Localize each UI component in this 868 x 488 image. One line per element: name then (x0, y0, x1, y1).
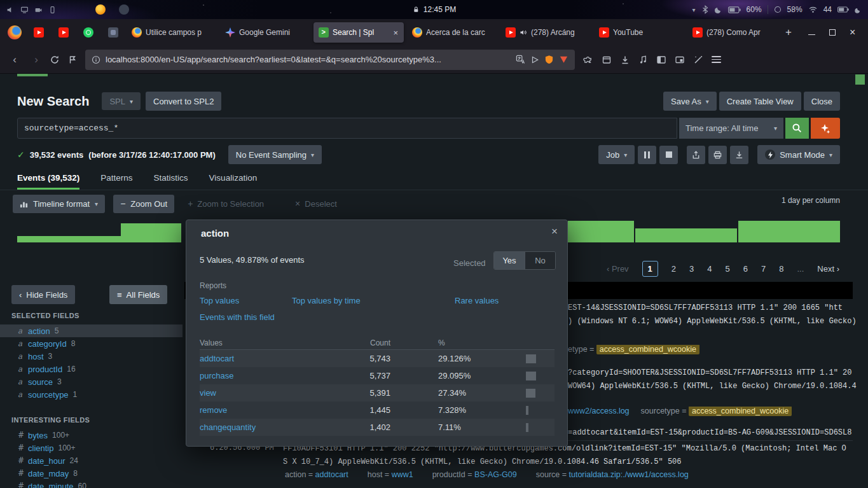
field-name-link[interactable]: productId (28, 365, 62, 374)
field-row[interactable]: a categoryId 8 (0, 337, 183, 350)
translate-icon[interactable] (516, 55, 525, 64)
time-range-picker[interactable]: Time range: All time▾ (679, 118, 783, 139)
zoom-out-button[interactable]: −Zoom Out (113, 195, 174, 213)
popup-close-icon[interactable]: × (551, 225, 558, 238)
url-bar[interactable]: localhost:8000/en-US/app/search/search?e… (85, 50, 575, 70)
timeline-bar[interactable] (568, 221, 634, 242)
url-text[interactable]: localhost:8000/en-US/app/search/search?e… (106, 55, 511, 64)
window-restore-button[interactable] (829, 29, 836, 36)
field-name-link[interactable]: bytes (28, 431, 48, 440)
tray-app-icon[interactable] (119, 4, 129, 15)
browser-tab[interactable]: Google Gemini × (220, 22, 310, 43)
window-close-button[interactable]: × (850, 27, 855, 38)
hide-fields-button[interactable]: ‹Hide Fields (11, 285, 75, 304)
tab-close-icon[interactable]: × (392, 28, 399, 38)
results-tab[interactable]: Patterns (100, 173, 132, 190)
top-values-by-time-link[interactable]: Top values by time (292, 296, 361, 305)
field-row[interactable]: # date_hour 24 (0, 454, 183, 467)
page-number-button[interactable]: 3 (689, 264, 694, 274)
new-tab-button[interactable]: + (780, 24, 797, 41)
field-row[interactable]: a sourcetype 1 (0, 388, 183, 401)
value-link[interactable]: changequantity (200, 422, 349, 432)
chevron-down-icon[interactable]: ▾ (692, 6, 696, 13)
job-dropdown[interactable]: Job▾ (598, 145, 635, 164)
field-name-link[interactable]: source (28, 377, 53, 387)
field-row[interactable]: a action 5 (0, 324, 183, 337)
event-sampling-dropdown[interactable]: No Event Sampling▾ (228, 145, 322, 164)
share-button[interactable] (687, 146, 705, 164)
source-value-link[interactable]: www2/access.log (568, 407, 630, 415)
vpn-app-icon[interactable] (95, 4, 106, 15)
field-name-link[interactable]: date_mday (28, 469, 69, 478)
containers-icon[interactable] (602, 55, 612, 65)
downloads-icon[interactable] (620, 55, 630, 65)
field-row[interactable]: # date_mday 8 (0, 467, 183, 480)
timeline-format-button[interactable]: Timeline format▾ (13, 195, 105, 213)
blocker-triangle-icon[interactable] (559, 55, 568, 64)
timeline-bar[interactable] (17, 236, 121, 242)
search-submit-button[interactable] (785, 118, 809, 139)
timeline-bar[interactable] (121, 223, 181, 242)
top-values-link[interactable]: Top values (200, 296, 239, 305)
page-number-button[interactable]: 7 (761, 264, 766, 274)
tab-audio-icon[interactable] (520, 29, 527, 36)
browser-tab[interactable]: YouTube × (594, 22, 684, 43)
ai-assistant-button[interactable] (811, 118, 840, 139)
results-tab[interactable]: Events (39,532) (17, 173, 79, 190)
field-row[interactable]: # clientip 100+ (0, 442, 183, 454)
highlighter-icon[interactable] (693, 55, 703, 65)
menu-hamburger-icon[interactable] (712, 56, 721, 63)
timeline-bar[interactable] (738, 221, 840, 242)
page-number-button[interactable]: 5 (726, 264, 730, 274)
music-note-icon[interactable] (638, 55, 648, 64)
results-tab[interactable]: Visualization (209, 173, 258, 190)
export-button[interactable] (730, 146, 748, 164)
page-number-button[interactable]: 6 (743, 264, 748, 274)
value-link[interactable]: view (200, 388, 349, 398)
events-with-field-link[interactable]: Events with this field (200, 312, 275, 322)
scrollbar-thumb[interactable] (855, 74, 865, 85)
search-mode-dropdown[interactable]: Smart Mode▾ (757, 145, 840, 164)
all-fields-button[interactable]: ≡All Fields (109, 285, 167, 304)
event-field-value-link[interactable]: www1 (392, 470, 413, 479)
browser-tab[interactable]: (278) Arcáng × (500, 22, 591, 43)
clock-area[interactable]: 12:45 PM (412, 5, 456, 14)
selected-no-button[interactable]: No (525, 252, 555, 269)
field-row[interactable]: a host 3 (0, 350, 183, 363)
pinned-tab-youtube-2[interactable] (52, 22, 75, 43)
adblock-shield-icon[interactable] (544, 55, 554, 64)
bookmark-flag-icon[interactable] (67, 55, 78, 65)
forward-button[interactable]: › (28, 53, 45, 66)
browser-tab[interactable]: Acerca de la carc × (407, 22, 497, 43)
field-name-link[interactable]: sourcetype (28, 390, 69, 400)
field-name-link[interactable]: date_hour (28, 456, 65, 466)
value-link[interactable]: purchase (200, 371, 349, 380)
page-number-button[interactable]: 1 (642, 261, 658, 277)
back-button[interactable]: ‹ (6, 53, 23, 66)
selected-yes-button[interactable]: Yes (494, 252, 525, 269)
page-number-button[interactable]: 4 (707, 264, 712, 274)
field-row[interactable]: a productId 16 (0, 363, 183, 375)
pinned-tab-whatsapp[interactable] (77, 22, 100, 43)
highlighted-value[interactable]: access_combined_wcookie (596, 345, 699, 354)
send-icon[interactable] (530, 55, 539, 64)
browser-tab[interactable]: Search | Spl × (313, 22, 404, 43)
event-field-value-link[interactable]: BS-AG-G09 (474, 470, 517, 479)
reload-button[interactable] (50, 55, 60, 65)
close-button[interactable]: Close (804, 92, 840, 111)
field-name-link[interactable]: clientip (28, 443, 53, 453)
firefox-menu-icon[interactable] (8, 25, 22, 39)
extensions-puzzle-icon[interactable] (582, 54, 593, 65)
pause-button[interactable] (638, 146, 656, 164)
field-name-link[interactable]: action (28, 326, 50, 336)
create-table-view-button[interactable]: Create Table View (719, 92, 801, 111)
next-page-button[interactable]: Next › (817, 264, 839, 274)
value-link[interactable]: addtocart (200, 354, 349, 363)
field-row[interactable]: # date_minute 60 (0, 480, 183, 488)
pinned-tab-app[interactable] (102, 22, 125, 43)
field-name-link[interactable]: categoryId (28, 339, 67, 349)
field-row[interactable]: a source 3 (0, 375, 183, 388)
event-field-value-link[interactable]: tutorialdata.zip:./www1/access.log (569, 470, 689, 479)
value-link[interactable]: remove (200, 405, 349, 415)
spl-dropdown[interactable]: SPL▾ (102, 92, 141, 110)
